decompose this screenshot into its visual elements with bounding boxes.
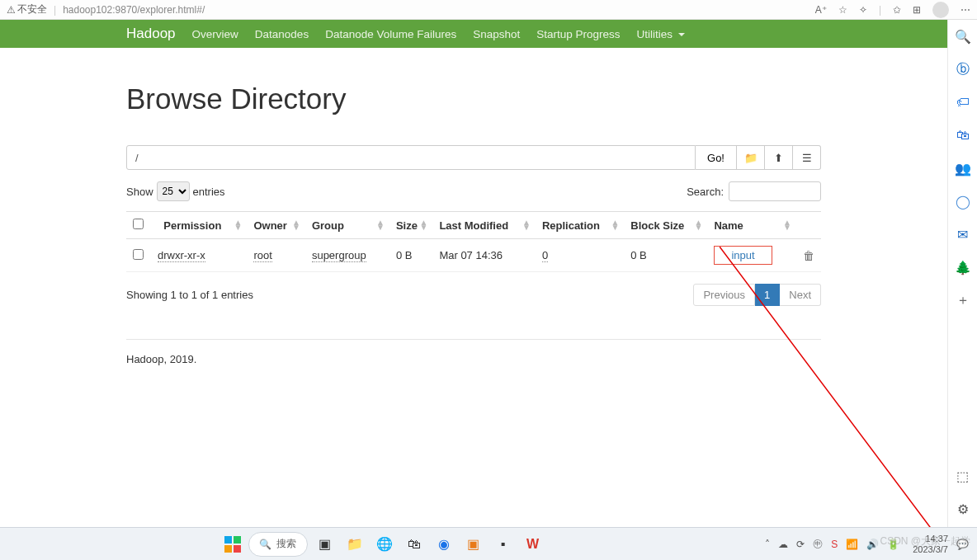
page-size-select[interactable]: 25 [157, 181, 190, 201]
url-port: :9870 [112, 4, 137, 16]
shopping-icon[interactable]: 🛍 [955, 127, 971, 144]
col-permission[interactable]: ▲▼ Permission [151, 212, 247, 239]
favorites-bar-icon[interactable]: ✩ [893, 4, 901, 16]
favorite-icon[interactable]: ☆ [838, 4, 847, 16]
read-aloud-icon[interactable]: A⁺ [815, 4, 827, 16]
search-input[interactable] [729, 181, 821, 201]
folder-icon: 📁 [744, 152, 758, 164]
path-input-row: Go! 📁 ⬆ ☰ [126, 145, 821, 170]
sort-icon: ▲▼ [376, 220, 385, 230]
edge-sidebar: 🔍 ⓑ 🏷 🛍 👥 ◯ ✉ 🌲 ＋ ⬚ ⚙ [947, 20, 977, 527]
office-icon[interactable]: ◯ [955, 193, 971, 209]
table-controls-row: Show 25 entries Search: [126, 181, 821, 201]
col-modified[interactable]: ▲▼Last Modified [432, 212, 536, 239]
search-icon[interactable]: 🔍 [955, 28, 971, 45]
nav-datanode-volume-failures[interactable]: Datanode Volume Failures [325, 28, 456, 40]
search-label: Search: [687, 186, 724, 198]
cell-name-link[interactable]: input [714, 246, 772, 265]
sort-icon: ▲▼ [783, 220, 791, 230]
col-block-size[interactable]: ▲▼Block Size [624, 212, 707, 239]
url-host: hadoop102 [63, 4, 112, 16]
col-group[interactable]: ▲▼Group [305, 212, 389, 239]
tree-icon[interactable]: 🌲 [955, 259, 971, 275]
sort-icon: ▲▼ [234, 220, 243, 230]
insecure-warning: ⚠ 不安全 [7, 2, 47, 16]
row-checkbox[interactable] [133, 249, 144, 260]
entries-label: entries [193, 186, 225, 198]
browser-address-bar: ⚠ 不安全 | hadoop102:9870/explorer.html#/ A… [0, 0, 977, 20]
nav-startup-progress[interactable]: Startup Progress [536, 28, 620, 40]
cell-replication[interactable]: 0 [542, 249, 548, 262]
chevron-down-icon [678, 33, 685, 36]
more-icon[interactable]: ⋯ [960, 4, 970, 16]
nav-datanodes[interactable]: Datanodes [255, 28, 309, 40]
url[interactable]: hadoop102:9870/explorer.html#/ [63, 4, 205, 16]
cell-modified: Mar 07 14:36 [432, 239, 536, 272]
games-icon[interactable]: 👥 [955, 160, 971, 176]
expand-icon[interactable]: ⬚ [955, 468, 971, 484]
show-label: Show [126, 186, 153, 198]
cell-block-size: 0 B [624, 239, 707, 272]
outlook-icon[interactable]: ✉ [955, 226, 971, 242]
table-row: drwxr-xr-x root supergroup 0 B Mar 07 14… [126, 239, 821, 272]
main-navbar: Hadoop Overview Datanodes Datanode Volum… [0, 20, 947, 48]
trash-icon[interactable]: 🗑 [803, 249, 814, 262]
sort-icon: ▲▼ [419, 220, 427, 230]
plus-icon[interactable]: ＋ [955, 292, 971, 308]
col-replication[interactable]: ▲▼Replication [536, 212, 624, 239]
go-button[interactable]: Go! [696, 145, 737, 170]
footer-text: Hadoop, 2019. [126, 353, 821, 365]
col-size[interactable]: ▲▼Size [389, 212, 432, 239]
cell-group[interactable]: supergroup [312, 249, 366, 262]
sort-icon: ▲▼ [522, 220, 531, 230]
gear-icon[interactable]: ⚙ [955, 501, 971, 517]
home-dir-button[interactable]: 📁 [737, 145, 765, 170]
page-title: Browse Directory [126, 82, 821, 115]
page-next[interactable]: Next [780, 284, 821, 306]
profile-avatar[interactable] [932, 2, 949, 18]
new-dir-button[interactable]: ☰ [793, 145, 821, 170]
bing-icon[interactable]: ⓑ [955, 61, 971, 78]
cell-owner[interactable]: root [253, 249, 271, 262]
tag-icon[interactable]: 🏷 [955, 94, 971, 111]
brand[interactable]: Hadoop [126, 26, 176, 42]
nav-utilities-label: Utilities [637, 28, 673, 40]
collections-icon[interactable]: ⊞ [913, 4, 921, 16]
nav-snapshot[interactable]: Snapshot [473, 28, 520, 40]
list-icon: ☰ [802, 152, 812, 164]
pagination: Previous 1 Next [693, 284, 821, 306]
separator: | [54, 4, 56, 16]
select-all-checkbox[interactable] [133, 219, 144, 229]
insecure-label: 不安全 [17, 2, 47, 16]
directory-table: ▲▼ Permission ▲▼Owner ▲▼Group ▲▼Size ▲▼L… [126, 211, 821, 272]
path-input[interactable] [126, 145, 696, 170]
nav-utilities[interactable]: Utilities [637, 28, 685, 40]
nav-overview[interactable]: Overview [192, 28, 238, 40]
table-info-text: Showing 1 to 1 of 1 entries [126, 289, 253, 301]
separator: | [879, 4, 881, 16]
col-name[interactable]: ▲▼Name [707, 212, 796, 239]
arrow-up-icon: ⬆ [774, 152, 783, 164]
sort-icon: ▲▼ [611, 220, 619, 230]
url-path: /explorer.html#/ [137, 4, 205, 16]
sort-icon: ▲▼ [694, 220, 702, 230]
sort-icon: ▲▼ [292, 220, 300, 230]
cell-size: 0 B [389, 239, 432, 272]
table-footer-row: Showing 1 to 1 of 1 entries Previous 1 N… [126, 284, 821, 306]
page-1[interactable]: 1 [755, 284, 780, 306]
warning-icon: ⚠ [7, 4, 16, 16]
table-header-row: ▲▼ Permission ▲▼Owner ▲▼Group ▲▼Size ▲▼L… [126, 212, 821, 239]
extensions-icon[interactable]: ✧ [859, 4, 867, 16]
cell-permission[interactable]: drwxr-xr-x [158, 249, 205, 262]
parent-dir-button[interactable]: ⬆ [765, 145, 793, 170]
col-owner[interactable]: ▲▼Owner [247, 212, 304, 239]
browser-right-icons: A⁺ ☆ ✧ | ✩ ⊞ ⋯ [815, 2, 970, 18]
divider [126, 339, 821, 340]
page-prev[interactable]: Previous [693, 284, 755, 306]
